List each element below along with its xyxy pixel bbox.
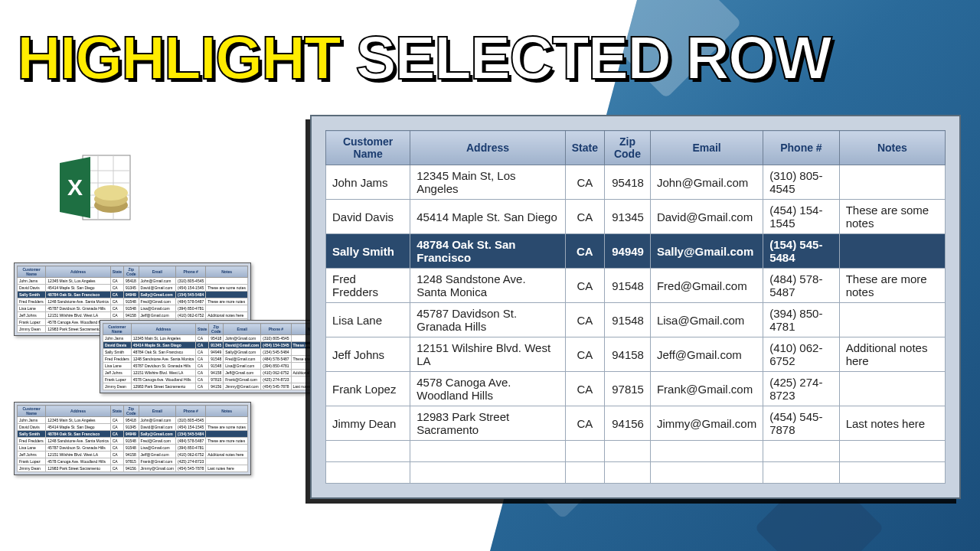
cell-zip[interactable]: 94156 — [604, 406, 650, 441]
column-header[interactable]: Zip Code — [604, 131, 650, 165]
cell-phone[interactable]: (310) 805-4545 — [763, 165, 840, 200]
cell-email[interactable]: Sally@Gmail.com — [650, 234, 763, 269]
headline-highlight-word: HIGHLIGHT — [17, 24, 340, 92]
cell-zip[interactable]: 91345 — [604, 200, 650, 234]
cell-address[interactable]: 48784 Oak St. San Francisco — [410, 234, 565, 269]
cell-name[interactable]: Jimmy Dean — [326, 406, 410, 441]
cell-address[interactable]: 12983 Park Street Sacramento — [410, 406, 565, 441]
cell-name[interactable]: Sally Smith — [326, 234, 410, 269]
cell-address[interactable]: 45414 Maple St. San Diego — [410, 200, 565, 234]
cell-email[interactable]: Lisa@Gmail.com — [650, 303, 763, 337]
cell-state[interactable]: CA — [565, 337, 604, 372]
cell-state[interactable]: CA — [565, 200, 604, 234]
cell-state[interactable]: CA — [565, 303, 604, 337]
column-header[interactable]: Customer Name — [326, 131, 410, 165]
table-row[interactable]: Lisa Lane45787 Davidson St. Granada Hill… — [326, 303, 946, 337]
table-row[interactable]: Jimmy Dean12983 Park Street SacramentoCA… — [326, 406, 946, 441]
cell-phone[interactable]: (394) 850-4781 — [763, 303, 840, 337]
cell-zip[interactable]: 94949 — [604, 234, 650, 269]
table-row-empty[interactable] — [326, 441, 946, 462]
cell-state[interactable]: CA — [565, 269, 604, 303]
cell-zip[interactable]: 95418 — [604, 165, 650, 200]
cell-address[interactable]: 12151 Wilshire Blvd. West LA — [410, 337, 565, 372]
cell-email[interactable]: John@Gmail.com — [650, 165, 763, 200]
mini-table-preview: Customer NameAddressStateZip CodeEmailPh… — [100, 320, 337, 393]
cell-notes[interactable]: Last notes here — [839, 406, 945, 441]
mini-table-preview: Customer NameAddressStateZip CodeEmailPh… — [14, 402, 251, 475]
table-row[interactable]: John Jams12345 Main St, Los AngelesCA954… — [326, 165, 946, 200]
table-row[interactable]: Jeff Johns12151 Wilshire Blvd. West LACA… — [326, 337, 946, 372]
excel-icon: X — [54, 149, 138, 229]
cell-phone[interactable]: (454) 545-7878 — [763, 406, 840, 441]
column-header[interactable]: Email — [650, 131, 763, 165]
cell-notes[interactable] — [839, 165, 945, 200]
column-header[interactable]: State — [565, 131, 604, 165]
cell-state[interactable]: CA — [565, 372, 604, 406]
cell-zip[interactable]: 97815 — [604, 372, 650, 406]
cell-notes[interactable] — [839, 303, 945, 337]
cell-address[interactable]: 12345 Main St, Los Angeles — [410, 165, 565, 200]
table-row[interactable]: Sally Smith48784 Oak St. San FranciscoCA… — [326, 234, 946, 269]
cell-name[interactable]: Lisa Lane — [326, 303, 410, 337]
cell-phone[interactable]: (484) 578-5487 — [763, 269, 840, 303]
cell-notes[interactable] — [839, 372, 945, 406]
cell-zip[interactable]: 91548 — [604, 303, 650, 337]
cell-zip[interactable]: 94158 — [604, 337, 650, 372]
cell-name[interactable]: Jeff Johns — [326, 337, 410, 372]
cell-email[interactable]: Frank@Gmail.com — [650, 372, 763, 406]
cell-name[interactable]: Fred Fredders — [326, 269, 410, 303]
svg-text:X: X — [67, 174, 83, 200]
cell-email[interactable]: Jimmy@Gmail.com — [650, 406, 763, 441]
cell-email[interactable]: Fred@Gmail.com — [650, 269, 763, 303]
cell-notes[interactable]: Additional notes here — [839, 337, 945, 372]
svg-point-11 — [94, 185, 128, 201]
cell-phone[interactable]: (410) 062-6752 — [763, 337, 840, 372]
cell-name[interactable]: Frank Lopez — [326, 372, 410, 406]
cell-name[interactable]: David Davis — [326, 200, 410, 234]
cell-address[interactable]: 45787 Davidson St. Granada Hills — [410, 303, 565, 337]
cell-address[interactable]: 4578 Canoga Ave. Woodland Hills — [410, 372, 565, 406]
cell-notes[interactable]: These are more notes — [839, 269, 945, 303]
column-header[interactable]: Notes — [839, 131, 945, 165]
headline-title: HIGHLIGHT SELECTED ROW — [17, 23, 831, 93]
main-table-panel: Customer NameAddressStateZip CodeEmailPh… — [310, 115, 961, 499]
cell-email[interactable]: Jeff@Gmail.com — [650, 337, 763, 372]
table-row[interactable]: Fred Fredders1248 Sandstone Ave. Santa M… — [326, 269, 946, 303]
cell-zip[interactable]: 91548 — [604, 269, 650, 303]
column-header[interactable]: Address — [410, 131, 565, 165]
cell-notes[interactable] — [839, 234, 945, 269]
cell-state[interactable]: CA — [565, 234, 604, 269]
cell-email[interactable]: David@Gmail.com — [650, 200, 763, 234]
cell-name[interactable]: John Jams — [326, 165, 410, 200]
headline-rest: SELECTED ROW — [340, 24, 831, 92]
cell-phone[interactable]: (154) 545-5484 — [763, 234, 840, 269]
cell-address[interactable]: 1248 Sandstone Ave. Santa Monica — [410, 269, 565, 303]
cell-phone[interactable]: (454) 154-1545 — [763, 200, 840, 234]
table-row-empty[interactable] — [326, 462, 946, 484]
cell-notes[interactable]: These are some notes — [839, 200, 945, 234]
customer-table[interactable]: Customer NameAddressStateZip CodeEmailPh… — [325, 130, 946, 484]
cell-state[interactable]: CA — [565, 165, 604, 200]
cell-phone[interactable]: (425) 274-8723 — [763, 372, 840, 406]
column-header[interactable]: Phone # — [763, 131, 840, 165]
table-row[interactable]: David Davis45414 Maple St. San DiegoCA91… — [326, 200, 946, 234]
cell-state[interactable]: CA — [565, 406, 604, 441]
table-row[interactable]: Frank Lopez4578 Canoga Ave. Woodland Hil… — [326, 372, 946, 406]
